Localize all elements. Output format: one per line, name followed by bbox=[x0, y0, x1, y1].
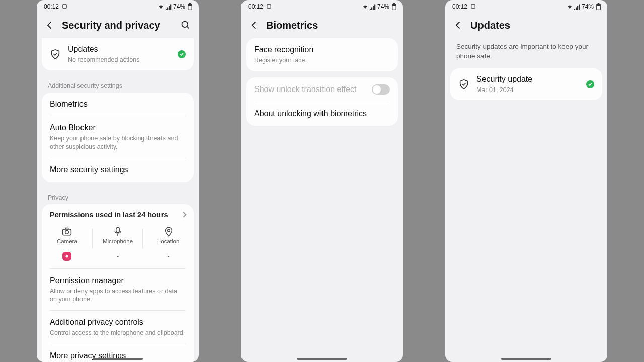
svg-line-5 bbox=[187, 27, 189, 29]
auto-blocker-row[interactable]: Auto Blocker Keep your phone safe by blo… bbox=[42, 116, 194, 158]
security-update-date: Mar 01, 2024 bbox=[476, 86, 579, 95]
face-recognition-row[interactable]: Face recognition Register your face. bbox=[246, 38, 398, 71]
security-card: Biometrics Auto Blocker Keep your phone … bbox=[42, 93, 194, 182]
privacy-card: Permissions used in last 24 hours Camera… bbox=[42, 204, 194, 362]
updates-description: Security updates are important to keep y… bbox=[445, 38, 607, 68]
section-privacy: Privacy bbox=[37, 188, 199, 204]
permissions-grid: Camera Microphone - Location - bbox=[42, 223, 194, 268]
additional-privacy-row[interactable]: Additional privacy controls Control acce… bbox=[42, 311, 194, 344]
app-icon bbox=[62, 252, 71, 261]
svg-point-7 bbox=[65, 230, 69, 234]
face-card: Face recognition Register your face. bbox=[246, 38, 398, 71]
clock: 00:12 bbox=[248, 3, 263, 10]
phone-security-privacy: 00:12 74% Security and privacy Updates N… bbox=[37, 0, 199, 362]
additional-privacy-title: Additional privacy controls bbox=[50, 317, 186, 328]
header: Security and privacy bbox=[37, 11, 199, 38]
additional-privacy-sub: Control access to the microphone and cli… bbox=[50, 329, 186, 337]
auto-blocker-sub: Keep your phone safe by blocking threats… bbox=[50, 134, 186, 151]
svg-rect-18 bbox=[597, 6, 600, 9]
unlock-effect-toggle[interactable] bbox=[372, 84, 390, 95]
permission-manager-sub: Allow or deny apps to access features or… bbox=[50, 287, 186, 304]
svg-rect-12 bbox=[393, 3, 395, 4]
svg-point-10 bbox=[167, 229, 170, 232]
permissions-header-title: Permissions used in last 24 hours bbox=[50, 211, 168, 219]
auto-blocker-title: Auto Blocker bbox=[50, 123, 186, 133]
more-security-label: More security settings bbox=[50, 165, 186, 175]
face-recognition-sub: Register your face. bbox=[254, 56, 390, 65]
clock: 00:12 bbox=[44, 3, 59, 10]
svg-rect-11 bbox=[267, 5, 270, 8]
status-bar: 00:12 74% bbox=[445, 0, 607, 11]
updates-card: Updates No recommended actions bbox=[42, 38, 194, 70]
phone-biometrics: 00:12 74% Biometrics Face recognition Re… bbox=[241, 0, 403, 362]
svg-rect-15 bbox=[471, 5, 474, 8]
wifi-icon bbox=[567, 4, 573, 10]
camera-icon bbox=[42, 227, 93, 237]
battery-icon bbox=[391, 4, 397, 10]
shield-icon bbox=[50, 49, 61, 60]
permissions-header[interactable]: Permissions used in last 24 hours bbox=[42, 204, 194, 223]
about-biometrics-row[interactable]: About unlocking with biometrics bbox=[246, 102, 398, 126]
face-recognition-title: Face recognition bbox=[254, 45, 390, 55]
notification-icon bbox=[266, 4, 272, 10]
search-button[interactable] bbox=[180, 19, 192, 31]
back-button[interactable] bbox=[248, 19, 260, 31]
battery-text: 74% bbox=[377, 3, 389, 10]
nav-handle[interactable] bbox=[93, 358, 143, 360]
perm-label-camera: Camera bbox=[42, 238, 93, 244]
battery-text: 74% bbox=[173, 3, 185, 10]
page-title: Updates bbox=[470, 20, 600, 31]
location-icon bbox=[143, 227, 194, 237]
permission-manager-row[interactable]: Permission manager Allow or deny apps to… bbox=[42, 269, 194, 311]
permission-manager-title: Permission manager bbox=[50, 276, 186, 286]
svg-point-4 bbox=[182, 22, 188, 28]
header: Updates bbox=[445, 11, 607, 38]
shield-icon bbox=[458, 79, 469, 90]
battery-icon bbox=[187, 4, 193, 10]
perm-label-location: Location bbox=[143, 238, 194, 244]
security-update-row[interactable]: Security update Mar 01, 2024 bbox=[450, 68, 602, 101]
notification-icon bbox=[470, 4, 476, 10]
back-button[interactable] bbox=[44, 19, 56, 31]
svg-rect-14 bbox=[392, 6, 395, 9]
perm-app-location: - bbox=[143, 251, 194, 261]
perm-col-microphone[interactable]: Microphone - bbox=[93, 227, 143, 261]
back-button[interactable] bbox=[452, 19, 464, 31]
perm-app-microphone: - bbox=[93, 251, 143, 261]
wifi-icon bbox=[158, 4, 164, 10]
battery-text: 74% bbox=[582, 3, 594, 10]
nav-handle[interactable] bbox=[297, 358, 347, 360]
security-update-title: Security update bbox=[476, 74, 579, 85]
unlock-effect-row: Show unlock transition effect bbox=[246, 77, 398, 102]
perm-col-location[interactable]: Location - bbox=[143, 227, 194, 261]
chevron-right-icon bbox=[181, 212, 186, 217]
status-bar: 00:12 74% bbox=[241, 0, 403, 11]
page-title: Security and privacy bbox=[62, 20, 174, 31]
nav-handle[interactable] bbox=[501, 358, 551, 360]
signal-icon bbox=[370, 4, 376, 10]
biometrics-options-card: Show unlock transition effect About unlo… bbox=[246, 77, 398, 126]
notification-icon bbox=[61, 4, 67, 10]
more-security-row[interactable]: More security settings bbox=[42, 158, 194, 182]
unlock-effect-label: Show unlock transition effect bbox=[254, 84, 356, 95]
biometrics-label: Biometrics bbox=[50, 99, 186, 110]
header: Biometrics bbox=[241, 11, 403, 38]
battery-icon bbox=[595, 4, 601, 10]
svg-rect-0 bbox=[62, 5, 66, 8]
about-biometrics-label: About unlocking with biometrics bbox=[254, 109, 390, 119]
updates-row[interactable]: Updates No recommended actions bbox=[42, 38, 194, 70]
svg-rect-16 bbox=[597, 3, 599, 4]
wifi-icon bbox=[362, 4, 368, 10]
svg-rect-3 bbox=[188, 6, 191, 9]
perm-col-camera[interactable]: Camera bbox=[42, 227, 93, 261]
check-badge-icon bbox=[178, 50, 186, 58]
svg-rect-9 bbox=[116, 227, 119, 232]
svg-rect-1 bbox=[189, 3, 191, 4]
perm-app-camera bbox=[42, 251, 93, 261]
security-update-card: Security update Mar 01, 2024 bbox=[450, 68, 602, 101]
signal-icon bbox=[574, 4, 580, 10]
microphone-icon bbox=[93, 227, 143, 237]
phone-updates: 00:12 74% Updates Security updates are i… bbox=[445, 0, 607, 362]
signal-icon bbox=[166, 4, 172, 10]
biometrics-row[interactable]: Biometrics bbox=[42, 93, 194, 116]
